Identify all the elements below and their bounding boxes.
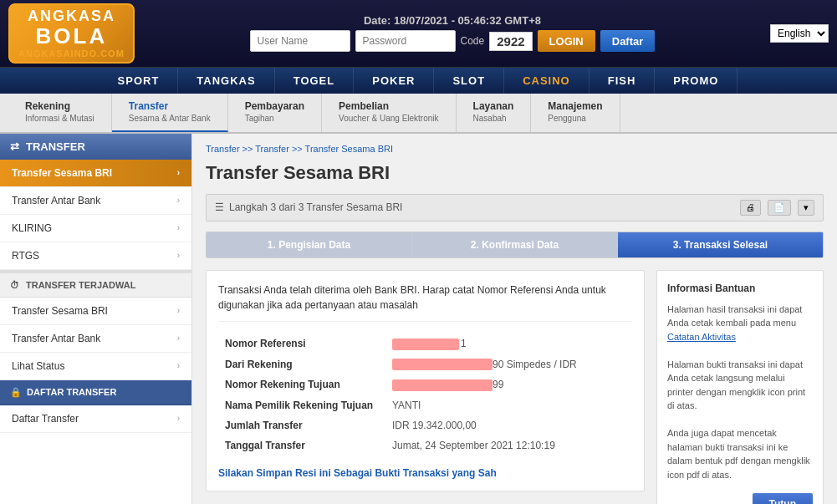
sidebar-item-terjadwal-sesama-bri[interactable]: Transfer Sesama BRI ›	[0, 298, 191, 325]
clock-icon: ⏱	[10, 280, 19, 290]
sidebar-terjadwal-title: TRANSFER TERJADWAL	[26, 280, 135, 290]
sidebar: ⇄ TRANSFER Transfer Sesama BRI › Transfe…	[0, 134, 192, 504]
daftar-button[interactable]: Daftar	[600, 30, 656, 52]
section-transfer[interactable]: Transfer Sesama & Antar Bank	[112, 94, 228, 132]
print-button[interactable]: 🖨	[740, 200, 761, 216]
table-row: Jumlah Transfer IDR 19.342.000,00	[218, 415, 632, 435]
txn-wrapper: Transaksi Anda telah diterima oleh Bank …	[206, 270, 824, 504]
section-pembayaran-sub: Tagihan	[245, 114, 274, 123]
info-panel: Informasi Bantuan Halaman hasil transaks…	[656, 270, 824, 504]
nav-promo[interactable]: PROMO	[655, 68, 737, 94]
section-rekening-label: Rekening	[25, 100, 70, 112]
section-manajemen[interactable]: Manajemen Pengguna	[531, 94, 620, 132]
section-pembayaran-label: Pembayaran	[245, 100, 304, 112]
nav-togel[interactable]: TOGEL	[275, 68, 355, 94]
code-label: Code	[461, 35, 485, 47]
field-label-tanggal: Tanggal Transfer	[218, 435, 385, 456]
txn-main: Transaksi Anda telah diterima oleh Bank …	[206, 270, 645, 504]
field-value-nama-pemilik: YANTI	[385, 395, 632, 415]
content-area: Transfer >> Transfer >> Transfer Sesama …	[192, 134, 837, 504]
sidebar-item-transfer-sesama-bri[interactable]: Transfer Sesama BRI ›	[0, 160, 191, 187]
sidebar-item-kliring[interactable]: KLIRING ›	[0, 215, 191, 242]
info-text-1: Halaman hasil transaksi ini dapat Anda c…	[667, 303, 813, 344]
section-rekening-sub: Informasi & Mutasi	[25, 114, 94, 123]
info-panel-title: Informasi Bantuan	[667, 281, 813, 296]
logo-area: ANGKASA BOLA ANGKASAINDO.COM	[8, 3, 135, 64]
sidebar-item-transfer-antar-bank[interactable]: Transfer Antar Bank ›	[0, 187, 191, 215]
catatan-aktivitas-link[interactable]: Catatan Aktivitas	[667, 332, 736, 342]
step-1: 1. Pengisian Data	[207, 232, 412, 257]
language-select[interactable]: English	[770, 24, 829, 43]
chevron-icon-5: ›	[177, 306, 180, 315]
field-label-jumlah: Jumlah Transfer	[218, 415, 385, 435]
nav-tangkas[interactable]: TANGKAS	[178, 68, 274, 94]
step-label: ☰ Langkah 3 dari 3 Transfer Sesama BRI	[215, 201, 402, 213]
chevron-icon-6: ›	[177, 333, 180, 343]
progress-steps: 1. Pengisian Data 2. Konfirmasi Data 3. …	[206, 232, 824, 258]
field-value-dari-rek: 90 Simpedes / IDR	[385, 354, 632, 375]
nav-bar: SPORT TANGKAS TOGEL POKER SLOT CASINO FI…	[0, 68, 837, 94]
section-pembelian-label: Pembelian	[339, 100, 389, 112]
masked-rek-tujuan	[392, 379, 493, 391]
field-value-rek-tujuan: 99	[385, 374, 632, 395]
sidebar-transfer-title: TRANSFER	[26, 140, 85, 153]
section-layanan-sub: Nasabah	[473, 114, 507, 123]
sidebar-item-daftar-transfer[interactable]: Daftar Transfer ›	[0, 405, 191, 433]
section-nav: Rekening Informasi & Mutasi Transfer Ses…	[0, 94, 837, 134]
chevron-icon: ›	[177, 168, 180, 177]
txn-card: Transaksi Anda telah diterima oleh Bank …	[206, 270, 645, 491]
sidebar-daftar-title: DAFTAR TRANSFER	[27, 387, 116, 397]
sidebar-label-rtgs: RTGS	[12, 250, 39, 262]
page-title: Transfer Sesama BRI	[206, 162, 824, 184]
top-right: English	[770, 24, 829, 43]
sidebar-label-transfer-antar-bank: Transfer Antar Bank	[12, 195, 100, 206]
username-input[interactable]	[250, 30, 350, 52]
sidebar-label-transfer-sesama-bri: Transfer Sesama BRI	[12, 167, 112, 179]
nav-casino[interactable]: CASINO	[504, 68, 589, 94]
main-layout: ⇄ TRANSFER Transfer Sesama BRI › Transfe…	[0, 134, 837, 504]
expand-button[interactable]: ▾	[798, 200, 814, 216]
section-pembelian[interactable]: Pembelian Voucher & Uang Elektronik	[322, 94, 457, 132]
table-row: Tanggal Transfer Jumat, 24 September 202…	[218, 435, 632, 456]
sidebar-label-kliring: KLIRING	[12, 222, 52, 234]
txn-table: Nomor Referensi 1 Dari Rekening 90 Simpe…	[218, 333, 632, 456]
transfer-icon: ⇄	[10, 140, 19, 153]
section-pembayaran[interactable]: Pembayaran Tagihan	[228, 94, 322, 132]
password-input[interactable]	[355, 30, 456, 52]
sidebar-terjadwal-header: ⏱ TRANSFER TERJADWAL	[0, 270, 191, 298]
login-button[interactable]: LOGIN	[538, 30, 595, 52]
pdf-button[interactable]: 📄	[768, 200, 791, 216]
nav-slot[interactable]: SLOT	[434, 68, 504, 94]
breadcrumb: Transfer >> Transfer >> Transfer Sesama …	[206, 144, 824, 154]
step-header: ☰ Langkah 3 dari 3 Transfer Sesama BRI 🖨…	[206, 194, 824, 221]
sidebar-item-rtgs[interactable]: RTGS ›	[0, 242, 191, 270]
section-transfer-label: Transfer	[129, 100, 168, 112]
tutup-button[interactable]: Tutup	[753, 493, 813, 504]
section-layanan[interactable]: Layanan Nasabah	[457, 94, 532, 132]
logo-angkasa: ANGKASA	[28, 8, 115, 25]
nav-poker[interactable]: POKER	[354, 68, 434, 94]
logo-box: ANGKASA BOLA ANGKASAINDO.COM	[8, 3, 135, 64]
sidebar-label-lihat-status: Lihat Status	[12, 360, 64, 372]
step-3: 3. Transaksi Selesai	[618, 232, 823, 257]
sidebar-item-terjadwal-antar-bank[interactable]: Transfer Antar Bank ›	[0, 325, 191, 353]
date-display: Date: 18/07/2021 - 05:46:32 GMT+8	[364, 14, 541, 27]
section-rekening[interactable]: Rekening Informasi & Mutasi	[8, 94, 112, 132]
section-manajemen-sub: Pengguna	[548, 114, 586, 123]
lock-icon: 🔒	[10, 387, 22, 398]
info-text-2: Halaman bukti transaksi ini dapat Anda c…	[667, 358, 813, 413]
nav-sport[interactable]: SPORT	[100, 68, 179, 94]
field-label-dari-rek: Dari Rekening	[218, 354, 385, 375]
table-row: Nama Pemilik Rekening Tujuan YANTI	[218, 395, 632, 415]
nav-fish[interactable]: FISH	[589, 68, 656, 94]
table-row: Nomor Rekening Tujuan 99	[218, 374, 632, 395]
field-label-nama-pemilik: Nama Pemilik Rekening Tujuan	[218, 395, 385, 415]
section-layanan-label: Layanan	[473, 100, 514, 112]
field-value-nomor-ref: 1	[385, 333, 632, 354]
sidebar-item-lihat-status[interactable]: Lihat Status ›	[0, 353, 191, 380]
chevron-icon-8: ›	[177, 414, 180, 423]
sidebar-label-daftar-transfer: Daftar Transfer	[12, 413, 79, 425]
step-2: 2. Konfirmasi Data	[412, 232, 618, 257]
masked-nomor-ref	[392, 339, 459, 350]
step-icons: 🖨 📄 ▾	[740, 200, 814, 216]
